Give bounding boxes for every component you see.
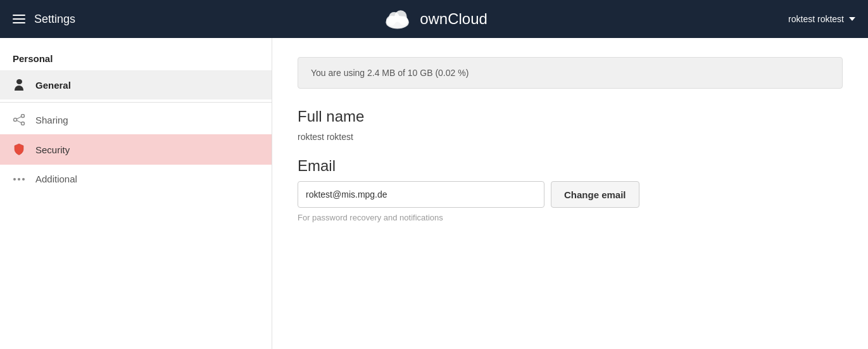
sidebar: Personal General Sharing xyxy=(0,38,272,349)
sidebar-item-sharing[interactable]: Sharing xyxy=(0,105,272,134)
sidebar-section-title: Personal xyxy=(0,44,272,70)
person-icon xyxy=(13,79,25,91)
svg-point-7 xyxy=(22,122,25,125)
user-menu[interactable]: roktest roktest xyxy=(788,14,855,24)
sidebar-label-additional: Additional xyxy=(35,174,77,184)
main-layout: Personal General Sharing xyxy=(0,38,868,349)
page-title: Settings xyxy=(34,13,75,26)
user-name: roktest roktest xyxy=(788,14,844,24)
sidebar-label-general: General xyxy=(35,80,71,91)
email-field[interactable] xyxy=(298,181,544,208)
full-name-value: roktest roktest xyxy=(298,132,843,142)
cloud-logo-icon xyxy=(381,6,413,32)
shield-icon xyxy=(13,143,25,156)
email-hint: For password recovery and notifications xyxy=(298,213,843,222)
divider xyxy=(0,102,272,103)
share-icon xyxy=(13,114,25,125)
sidebar-label-security: Security xyxy=(35,144,70,155)
header-left: Settings xyxy=(13,13,75,26)
main-content: You are using 2.4 MB of 10 GB (0.02 %) F… xyxy=(272,38,868,349)
email-heading: Email xyxy=(298,157,843,175)
svg-point-6 xyxy=(22,115,25,118)
app-header: Settings ownCloud roktest roktest xyxy=(0,0,868,38)
svg-point-8 xyxy=(14,118,17,122)
dots-icon xyxy=(13,178,25,181)
email-row: Change email xyxy=(298,181,843,208)
brand-name: ownCloud xyxy=(420,10,487,28)
brand-logo: ownCloud xyxy=(381,6,487,32)
svg-line-9 xyxy=(16,117,22,119)
chevron-down-icon xyxy=(849,17,855,21)
usage-text: You are using 2.4 MB of 10 GB (0.02 %) xyxy=(311,68,469,78)
svg-line-10 xyxy=(16,120,22,123)
sidebar-item-security[interactable]: Security xyxy=(0,134,272,165)
full-name-heading: Full name xyxy=(298,108,843,125)
svg-point-5 xyxy=(386,16,408,28)
change-email-button[interactable]: Change email xyxy=(551,181,639,208)
sidebar-item-general[interactable]: General xyxy=(0,70,272,99)
sidebar-label-sharing: Sharing xyxy=(35,115,68,125)
usage-bar: You are using 2.4 MB of 10 GB (0.02 %) xyxy=(298,57,843,89)
sidebar-item-additional[interactable]: Additional xyxy=(0,165,272,193)
menu-icon[interactable] xyxy=(13,15,25,23)
